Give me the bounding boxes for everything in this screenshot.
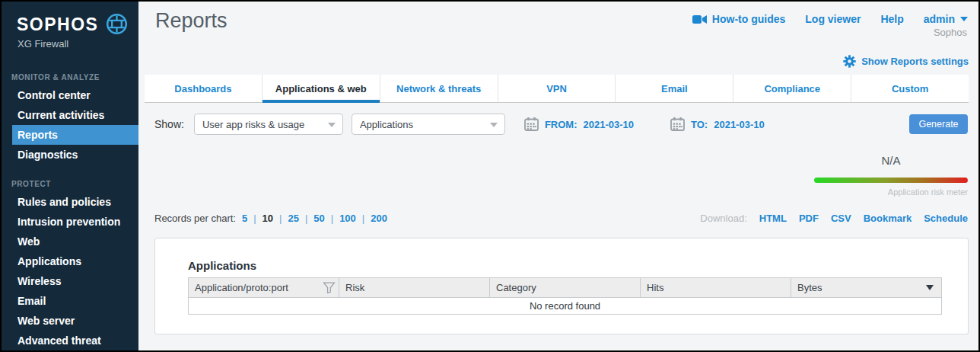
sidebar-item-wireless[interactable]: Wireless [2,271,138,291]
tab-custom[interactable]: Custom [851,75,969,102]
tab-email[interactable]: Email [615,75,733,102]
generate-button[interactable]: Generate [909,114,968,134]
sidebar-item-current-activities[interactable]: Current activities [2,105,138,125]
no-record-message: No record found [189,298,942,315]
separator [253,213,256,224]
nav-section-protect: PROTECT [11,180,138,188]
page-title: Reports [155,9,228,33]
sidebar-item-web[interactable]: Web [2,232,138,251]
column-category[interactable]: Category [490,278,641,298]
application-risk-meter: N/A Application risk meter [814,154,968,197]
sidebar-item-control-center[interactable]: Control center [2,85,138,105]
from-date-value: 2021-03-10 [584,119,635,130]
main-content: Reports How-to guides Log viewer Help ad… [138,2,978,350]
sidebar-item-web-server[interactable]: Web server [2,311,138,331]
separator [362,213,364,224]
sidebar-item-email[interactable]: Email [2,291,138,311]
sidebar-item-reports[interactable]: Reports [12,125,138,145]
separator [331,213,333,224]
download-csv-link[interactable]: CSV [831,213,851,224]
calendar-icon [524,117,539,131]
nav-items-protect: Rules and policies Intrusion prevention … [2,192,138,350]
from-label: FROM: [545,119,578,130]
column-risk[interactable]: Risk [339,278,490,298]
download-bar: Download: HTML PDF CSV Bookmark Schedule [700,213,968,224]
records-option-10[interactable]: 10 [262,213,273,224]
table-header-row: Application/proto:port Risk Category Hit… [189,278,942,298]
sidebar-item-diagnostics[interactable]: Diagnostics [2,145,138,165]
brand-wordmark: SOPHOS [17,14,98,34]
records-option-50[interactable]: 50 [313,213,324,224]
records-option-5[interactable]: 5 [242,213,247,224]
report-tabs: Dashboards Applications & web Network & … [145,75,969,103]
report-type-dropdown[interactable]: Applications [352,114,505,135]
nav-section-monitor-analyze: MONITOR & ANALYZE [11,73,138,82]
help-link[interactable]: Help [880,13,903,25]
howto-guides-link[interactable]: How-to guides [692,13,785,25]
records-per-chart-label: Records per chart: [154,213,236,224]
show-reports-settings-link[interactable]: Show Reports settings [843,55,969,68]
risk-meter-caption: Application risk meter [814,187,968,197]
brand-product-name: XG Firewall [2,38,138,50]
sidebar: SOPHOS XG Firewall MONITOR & ANA [2,2,138,350]
app-window: SOPHOS XG Firewall MONITOR & ANA [0,0,980,352]
report-group-dropdown[interactable]: User app risks & usage [194,114,343,135]
risk-meter-gradient-bar [814,178,968,183]
sidebar-item-applications[interactable]: Applications [2,251,138,271]
chevron-down-icon [960,17,968,21]
separator [279,213,282,224]
to-label: TO: [691,119,708,130]
bookmark-link[interactable]: Bookmark [864,213,912,224]
user-org-label: Sophos [934,27,967,38]
records-option-200[interactable]: 200 [371,213,387,224]
tab-dashboards[interactable]: Dashboards [145,75,262,102]
download-html-link[interactable]: HTML [759,213,787,224]
sophos-shield-icon [105,12,129,36]
filter-funnel-icon[interactable] [323,281,336,294]
chevron-down-icon [328,123,336,127]
records-option-100[interactable]: 100 [339,213,356,224]
user-menu[interactable]: admin [924,13,968,25]
gear-icon [843,55,856,68]
nav-items-monitor: Control center Current activities Report… [2,85,138,165]
sort-descending-icon[interactable] [926,285,934,290]
chevron-down-icon [490,123,498,127]
to-date-value: 2021-03-10 [714,119,765,130]
report-card-title: Applications [188,259,256,272]
video-camera-icon [692,14,707,24]
filter-bar: Show: User app risks & usage Application… [154,114,968,135]
column-bytes[interactable]: Bytes [791,278,942,298]
records-option-25[interactable]: 25 [288,213,298,224]
show-label: Show: [154,118,184,130]
column-hits[interactable]: Hits [641,278,791,298]
log-viewer-link[interactable]: Log viewer [805,13,861,25]
risk-meter-value: N/A [814,154,968,167]
sidebar-item-advanced-threat[interactable]: Advanced threat [2,331,138,350]
from-date-picker[interactable]: FROM: 2021-03-10 [524,117,634,131]
to-date-picker[interactable]: TO: 2021-03-10 [670,117,765,131]
empty-row: No record found [189,298,942,315]
records-per-chart: Records per chart: 5 10 25 50 100 200 [154,213,387,224]
separator [305,213,307,224]
header-links: How-to guides Log viewer Help admin [692,13,968,25]
calendar-icon [670,117,685,131]
applications-table: Application/proto:port Risk Category Hit… [188,277,942,315]
tab-vpn[interactable]: VPN [498,75,616,102]
tab-applications-web[interactable]: Applications & web [262,75,380,102]
sidebar-item-intrusion-prevention[interactable]: Intrusion prevention [2,212,138,232]
schedule-link[interactable]: Schedule [924,213,968,224]
brand: SOPHOS [2,2,138,36]
download-pdf-link[interactable]: PDF [799,213,819,224]
download-label: Download: [700,213,746,224]
applications-report-card: Applications Application/proto:port [154,238,969,334]
column-application-proto-port[interactable]: Application/proto:port [189,278,339,298]
tab-network-threats[interactable]: Network & threats [380,75,498,102]
sidebar-item-rules-and-policies[interactable]: Rules and policies [2,192,138,212]
tab-compliance[interactable]: Compliance [733,75,851,102]
